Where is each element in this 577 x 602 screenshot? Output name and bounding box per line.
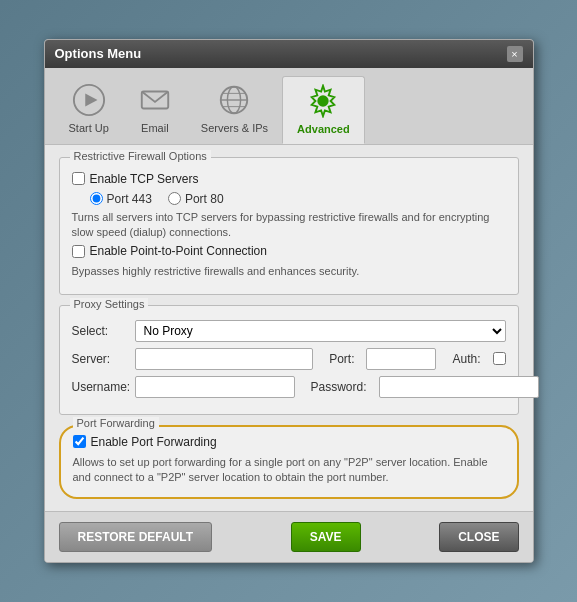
- tcp-desc: Turns all servers into TCP servers for b…: [72, 210, 506, 241]
- port443-radio[interactable]: [90, 192, 103, 205]
- tab-advanced[interactable]: Advanced: [282, 76, 365, 144]
- enable-pfwd-label[interactable]: Enable Port Forwarding: [73, 435, 217, 449]
- proxy-section-label: Proxy Settings: [70, 298, 149, 310]
- port443-label[interactable]: Port 443: [90, 192, 152, 206]
- tab-startup[interactable]: Start Up: [55, 76, 123, 144]
- proxy-port-input[interactable]: [366, 348, 436, 370]
- proxy-select-row: Select: No Proxy HTTP Proxy SOCKS5 Proxy: [72, 320, 506, 342]
- port-radio-row: Port 443 Port 80: [90, 192, 506, 206]
- enable-tcp-label[interactable]: Enable TCP Servers: [72, 172, 199, 186]
- tab-servers[interactable]: Servers & IPs: [187, 76, 282, 144]
- enable-pfwd-checkbox[interactable]: [73, 435, 86, 448]
- footer: RESTORE DEFAULT SAVE CLOSE: [45, 511, 533, 562]
- save-button[interactable]: SAVE: [291, 522, 361, 552]
- enable-pfwd-row: Enable Port Forwarding: [73, 435, 505, 449]
- port-forwarding-section-label: Port Forwarding: [73, 417, 159, 429]
- proxy-password-input[interactable]: [379, 376, 539, 398]
- svg-marker-1: [85, 93, 97, 106]
- p2p-desc: Bypasses highly restrictive firewalls an…: [72, 264, 506, 279]
- svg-point-9: [319, 96, 328, 105]
- restore-default-button[interactable]: RESTORE DEFAULT: [59, 522, 213, 552]
- proxy-select-dropdown[interactable]: No Proxy HTTP Proxy SOCKS5 Proxy: [135, 320, 506, 342]
- tab-bar: Start Up Email Se: [45, 68, 533, 145]
- close-button[interactable]: CLOSE: [439, 522, 518, 552]
- options-dialog: Options Menu × Start Up Email: [44, 39, 534, 564]
- proxy-password-label: Password:: [311, 380, 367, 394]
- startup-icon: [71, 82, 107, 118]
- tab-email[interactable]: Email: [123, 76, 187, 144]
- content-area: Restrictive Firewall Options Enable TCP …: [45, 145, 533, 512]
- enable-p2p-row: Enable Point-to-Point Connection: [72, 244, 506, 258]
- enable-p2p-label[interactable]: Enable Point-to-Point Connection: [72, 244, 267, 258]
- pfwd-desc: Allows to set up port forwarding for a s…: [73, 455, 505, 486]
- proxy-server-row: Server: Port: Auth:: [72, 348, 506, 370]
- proxy-port-label: Port:: [329, 352, 354, 366]
- proxy-section: Proxy Settings Select: No Proxy HTTP Pro…: [59, 305, 519, 415]
- firewall-section: Restrictive Firewall Options Enable TCP …: [59, 157, 519, 295]
- firewall-section-label: Restrictive Firewall Options: [70, 150, 211, 162]
- proxy-auth-checkbox[interactable]: [493, 352, 506, 365]
- proxy-username-input[interactable]: [135, 376, 295, 398]
- dialog-title: Options Menu: [55, 46, 142, 61]
- enable-tcp-row: Enable TCP Servers: [72, 172, 506, 186]
- proxy-server-label: Server:: [72, 352, 127, 366]
- proxy-auth-label: Auth:: [452, 352, 480, 366]
- proxy-server-input[interactable]: [135, 348, 314, 370]
- servers-icon: [216, 82, 252, 118]
- advanced-icon: [305, 83, 341, 119]
- port-forwarding-section: Port Forwarding Enable Port Forwarding A…: [59, 425, 519, 500]
- enable-tcp-checkbox[interactable]: [72, 172, 85, 185]
- email-icon: [137, 82, 173, 118]
- port80-radio[interactable]: [168, 192, 181, 205]
- port-forwarding-box: Enable Port Forwarding Allows to set up …: [59, 425, 519, 500]
- proxy-username-label: Username:: [72, 380, 127, 394]
- proxy-select-label: Select:: [72, 324, 127, 338]
- titlebar-close-button[interactable]: ×: [507, 46, 523, 62]
- enable-p2p-checkbox[interactable]: [72, 245, 85, 258]
- title-bar: Options Menu ×: [45, 40, 533, 68]
- port80-label[interactable]: Port 80: [168, 192, 224, 206]
- proxy-credentials-row: Username: Password:: [72, 376, 506, 398]
